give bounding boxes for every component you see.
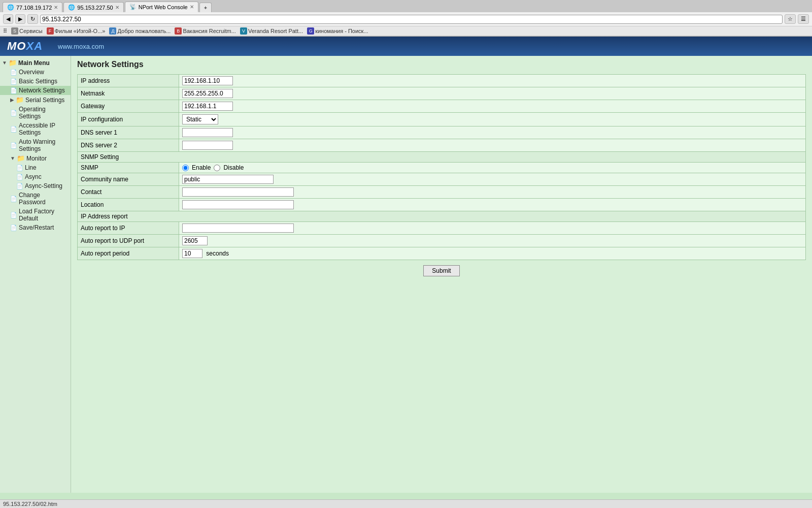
- auto-report-udp-cell: [179, 235, 806, 247]
- bookmark-6[interactable]: G киномания - Поиск...: [307, 27, 368, 35]
- bookmark-2[interactable]: F Фильм «Изгой-О...»: [47, 27, 106, 35]
- bookmark-2-favicon: F: [47, 27, 54, 35]
- ip-address-label: IP address: [78, 75, 179, 87]
- snmp-section-header: SNMP Setting: [78, 152, 806, 163]
- page-wrapper: ▼ 📁 Main Menu 📄 Overview 📄 Basic Setting…: [0, 56, 812, 493]
- bookmark-4-favicon: В: [175, 27, 182, 35]
- netmask-input[interactable]: [182, 89, 233, 98]
- sidebar-monitor-label: Monitor: [26, 155, 47, 162]
- snmp-radio-group: Enable Disable: [182, 164, 802, 171]
- tab2-close[interactable]: ✕: [115, 5, 119, 10]
- snmp-disable-radio[interactable]: [214, 165, 220, 171]
- sidebar-async-label: Async: [25, 173, 42, 180]
- bookmark-3[interactable]: Д Добро пожаловать...: [109, 27, 171, 35]
- dns1-cell: [179, 126, 806, 139]
- change-password-icon: 📄: [10, 196, 17, 202]
- bookmark-5-favicon: V: [240, 27, 247, 35]
- bookmark-3-favicon: Д: [109, 27, 116, 35]
- table-row-auto-report-period: Auto report period seconds: [78, 247, 806, 260]
- table-row-snmp-header: SNMP Setting: [78, 152, 806, 163]
- sidebar-item-change-password[interactable]: 📄 Change Password: [0, 190, 71, 207]
- sidebar-item-monitor[interactable]: ▼ 📁 Monitor: [0, 153, 71, 163]
- bookmark-3-label: Добро пожаловать...: [117, 28, 171, 34]
- sidebar-item-accessible-ip[interactable]: 📄 Accessible IP Settings: [0, 121, 71, 137]
- refresh-button[interactable]: ↻: [27, 14, 38, 24]
- location-input[interactable]: [182, 200, 294, 209]
- new-tab-button[interactable]: +: [199, 3, 212, 12]
- dns1-label: DNS server 1: [78, 126, 179, 139]
- browser-tab-3[interactable]: 📡 NPort Web Console ✕: [125, 2, 198, 12]
- ip-config-select[interactable]: Static DHCP BOOTP: [182, 114, 218, 124]
- tab3-close[interactable]: ✕: [190, 4, 194, 10]
- gateway-input[interactable]: [182, 102, 233, 111]
- gateway-cell: [179, 100, 806, 113]
- contact-input[interactable]: [182, 187, 294, 197]
- async-setting-icon: 📄: [16, 183, 23, 189]
- operating-settings-icon: 📄: [10, 110, 17, 116]
- sidebar-item-async-setting[interactable]: 📄 Async-Setting: [0, 181, 71, 190]
- main-menu-label: Main Menu: [18, 59, 50, 67]
- table-row-auto-report-udp: Auto report to UDP port: [78, 235, 806, 247]
- star-button[interactable]: ☆: [785, 14, 796, 24]
- sidebar-item-network-settings[interactable]: 📄 Network Settings: [0, 86, 71, 95]
- sidebar-item-line[interactable]: 📄 Line: [0, 163, 71, 172]
- ip-report-section-header: IP Address report: [78, 211, 806, 222]
- page-title: Network Settings: [77, 60, 806, 69]
- dns2-label: DNS server 2: [78, 139, 179, 152]
- sidebar-item-auto-warning[interactable]: 📄 Auto Warning Settings: [0, 137, 71, 153]
- table-row-snmp: SNMP Enable Disable: [78, 163, 806, 173]
- ip-address-cell: [179, 75, 806, 87]
- bookmark-4[interactable]: В Вакансия Recruitm...: [175, 27, 236, 35]
- location-label: Location: [78, 199, 179, 211]
- ip-config-cell: Static DHCP BOOTP: [179, 113, 806, 126]
- browser-tab-2[interactable]: 🌐 95.153.227.50 ✕: [63, 2, 123, 12]
- browser-tabs: 🌐 77.108.19.172 ✕ 🌐 95.153.227.50 ✕ 📡 NP…: [0, 0, 812, 12]
- moxa-header: MOXA www.moxa.com: [0, 37, 812, 56]
- async-icon: 📄: [16, 174, 23, 180]
- snmp-enable-radio[interactable]: [182, 165, 189, 171]
- sidebar-item-basic-settings[interactable]: 📄 Basic Settings: [0, 77, 71, 86]
- auto-report-ip-input[interactable]: [182, 224, 294, 233]
- sidebar-item-overview[interactable]: 📄 Overview: [0, 68, 71, 77]
- community-cell: [179, 173, 806, 186]
- auto-report-period-cell: seconds: [179, 247, 806, 260]
- sidebar-basic-label: Basic Settings: [19, 78, 57, 85]
- tab1-label: 77.108.19.172: [16, 5, 52, 11]
- auto-report-udp-input[interactable]: [182, 236, 208, 245]
- bookmark-2-label: Фильм «Изгой-О...»: [55, 28, 106, 34]
- sidebar-loadfactory-label: Load Factory Default: [19, 208, 69, 222]
- sidebar-item-operating-settings[interactable]: 📄 Operating Settings: [0, 105, 71, 121]
- submit-button[interactable]: Submit: [423, 265, 459, 276]
- back-button[interactable]: ◀: [3, 14, 13, 24]
- bookmark-5[interactable]: V Veranda Resort Patt...: [240, 27, 303, 35]
- tab3-label: NPort Web Console: [139, 4, 188, 10]
- load-factory-icon: 📄: [10, 212, 17, 218]
- bookmark-5-label: Veranda Resort Patt...: [248, 28, 303, 34]
- menu-button[interactable]: ☰: [798, 14, 809, 24]
- bookmark-1[interactable]: S Сервисы: [11, 27, 43, 35]
- sidebar-main-menu: ▼ 📁 Main Menu: [0, 58, 71, 68]
- ip-address-input[interactable]: [182, 76, 233, 85]
- contact-label: Contact: [78, 186, 179, 199]
- tab1-close[interactable]: ✕: [54, 5, 58, 10]
- dns2-input[interactable]: [182, 141, 233, 150]
- moxa-logo: MOXA: [7, 40, 43, 53]
- address-bar[interactable]: [40, 15, 783, 24]
- moxa-url: www.moxa.com: [58, 43, 104, 50]
- sidebar-saverestart-label: Save/Restart: [19, 224, 54, 231]
- network-settings-table: IP address Netmask Gateway: [77, 74, 806, 260]
- community-input[interactable]: [182, 175, 274, 184]
- sidebar-item-save-restart[interactable]: 📄 Save/Restart: [0, 223, 71, 232]
- auto-report-ip-cell: [179, 222, 806, 235]
- sidebar-item-serial-settings[interactable]: ▶ 📁 Serial Settings: [0, 95, 71, 105]
- forward-button[interactable]: ▶: [15, 14, 25, 24]
- moxa-logo-text: MO: [7, 40, 26, 52]
- tab2-favicon: 🌐: [68, 4, 75, 11]
- submit-row: Submit: [77, 260, 806, 281]
- browser-tab-1[interactable]: 🌐 77.108.19.172 ✕: [3, 2, 62, 12]
- sidebar-item-async[interactable]: 📄 Async: [0, 172, 71, 181]
- dns1-input[interactable]: [182, 128, 233, 137]
- main-menu-folder-icon: 📁: [9, 59, 17, 67]
- sidebar-item-load-factory[interactable]: 📄 Load Factory Default: [0, 207, 71, 223]
- auto-report-period-input[interactable]: [182, 249, 202, 258]
